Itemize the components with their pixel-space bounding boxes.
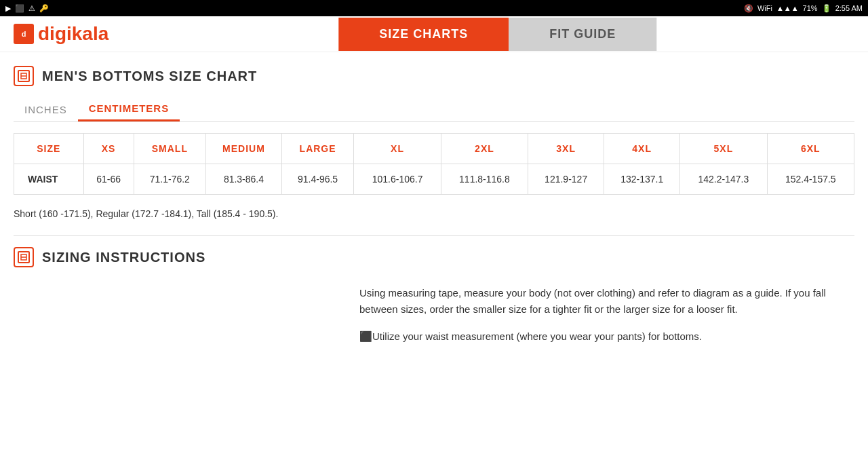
waist-xl: 101.6-106.7 — [354, 164, 441, 195]
logo-icon: d — [14, 24, 34, 44]
wifi-icon: WiFi — [757, 4, 772, 12]
sizing-text-2: ⬛Utilize your waist measurement (where y… — [359, 328, 854, 345]
size-charts-tab[interactable]: SIZE CHARTS — [338, 18, 509, 51]
col-small: SMALL — [134, 134, 206, 164]
image-icon: ⬛ — [15, 4, 24, 13]
mute-icon: 🔇 — [744, 4, 753, 13]
waist-6xl: 152.4-157.5 — [767, 164, 854, 195]
waist-5xl: 142.2-147.3 — [680, 164, 767, 195]
battery-level: 71% — [803, 4, 818, 12]
waist-small: 71.1-76.2 — [134, 164, 206, 195]
fit-guide-tab[interactable]: FIT GUIDE — [509, 18, 656, 51]
section2-title: SIZING INSTRUCTIONS — [42, 250, 205, 265]
signal-icon: ▲▲▲ — [776, 4, 799, 12]
section1-icon-inner — [18, 70, 30, 82]
battery-icon: 🔋 — [822, 4, 831, 13]
status-bar: ▶ ⬛ ⚠ 🔑 🔇 WiFi ▲▲▲ 71% 🔋 2:55 AM — [0, 0, 868, 16]
svg-text:d: d — [22, 30, 26, 38]
unit-tabs: INCHES CENTIMETERS — [14, 97, 854, 122]
col-4xl: 4XL — [604, 134, 680, 164]
sizing-section: Using measuring tape, measure your body … — [14, 278, 854, 352]
col-3xl: 3XL — [528, 134, 604, 164]
logo-text: digikala — [38, 23, 108, 45]
col-2xl: 2XL — [441, 134, 528, 164]
col-medium: MEDIUM — [206, 134, 282, 164]
table-row: WAIST 61-66 71.1-76.2 81.3-86.4 91.4-96.… — [14, 164, 854, 195]
sizing-diagram — [14, 285, 339, 345]
inches-tab[interactable]: INCHES — [14, 97, 78, 121]
logo[interactable]: d digikala — [14, 23, 108, 45]
waist-4xl: 132-137.1 — [604, 164, 680, 195]
waist-xs: 61-66 — [83, 164, 134, 195]
size-note: Short (160 -171.5), Regular (172.7 -184.… — [14, 206, 854, 222]
warning-icon: ⚠ — [28, 4, 35, 13]
col-6xl: 6XL — [767, 134, 854, 164]
main-content: MEN'S BOTTOMS SIZE CHART INCHES CENTIMET… — [0, 52, 868, 352]
key-icon: 🔑 — [39, 4, 49, 13]
play-icon: ▶ — [5, 4, 11, 13]
col-xs: XS — [83, 134, 134, 164]
divider — [14, 235, 854, 236]
section2-icon — [14, 247, 34, 267]
sizing-text: Using measuring tape, measure your body … — [359, 285, 854, 345]
col-xl: XL — [354, 134, 441, 164]
status-bar-left: ▶ ⬛ ⚠ 🔑 — [5, 4, 49, 13]
waist-medium: 81.3-86.4 — [206, 164, 282, 195]
time-display: 2:55 AM — [835, 4, 863, 12]
col-large: LARGE — [281, 134, 354, 164]
waist-large: 91.4-96.5 — [281, 164, 354, 195]
header: d digikala SIZE CHARTS FIT GUIDE — [0, 16, 868, 52]
section1-title: MEN'S BOTTOMS SIZE CHART — [42, 69, 257, 84]
col-5xl: 5XL — [680, 134, 767, 164]
waist-2xl: 111.8-116.8 — [441, 164, 528, 195]
centimeters-tab[interactable]: CENTIMETERS — [78, 97, 180, 121]
sizing-text-1: Using measuring tape, measure your body … — [359, 285, 854, 318]
status-bar-right: 🔇 WiFi ▲▲▲ 71% 🔋 2:55 AM — [744, 4, 863, 13]
waist-label: WAIST — [14, 164, 84, 195]
col-size: SIZE — [14, 134, 84, 164]
tab-area: SIZE CHARTS FIT GUIDE — [338, 18, 656, 51]
section1-icon — [14, 66, 34, 86]
waist-3xl: 121.9-127 — [528, 164, 604, 195]
sizing-instructions-header: SIZING INSTRUCTIONS — [14, 247, 854, 267]
section2-icon-inner — [18, 251, 30, 263]
size-chart-table: SIZE XS SMALL MEDIUM LARGE XL 2XL 3XL 4X… — [14, 133, 854, 195]
size-chart-section-header: MEN'S BOTTOMS SIZE CHART — [14, 66, 854, 86]
table-header-row: SIZE XS SMALL MEDIUM LARGE XL 2XL 3XL 4X… — [14, 134, 854, 164]
